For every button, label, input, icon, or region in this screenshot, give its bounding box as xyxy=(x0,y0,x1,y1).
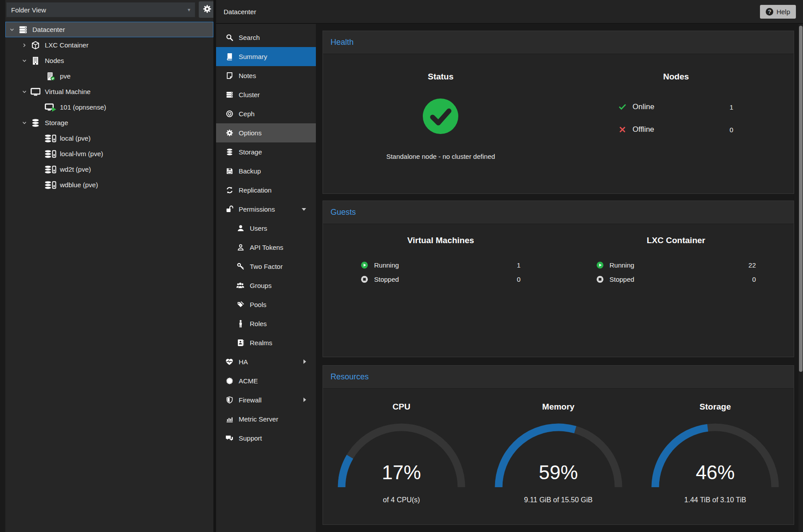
gauge-sublabel: 9.11 GiB of 15.50 GiB xyxy=(480,496,637,504)
note-icon xyxy=(224,72,235,79)
tree-settings-button[interactable] xyxy=(199,1,215,18)
guest-column-heading: Virtual Machines xyxy=(323,236,559,245)
chevron-down-icon: ▾ xyxy=(188,7,190,13)
nav-item-metric-server[interactable]: Metric Server xyxy=(216,410,316,429)
key-icon xyxy=(235,263,246,270)
building-icon xyxy=(28,56,43,65)
nav-item-groups[interactable]: Groups xyxy=(216,276,316,295)
tree-item-label: wd2t (pve) xyxy=(60,166,91,173)
tags-icon xyxy=(235,301,246,308)
stop-circle-icon xyxy=(596,276,607,283)
vertical-scrollbar[interactable] xyxy=(799,24,803,532)
guest-row-label: Running xyxy=(374,261,399,269)
nodes-heading: Nodes xyxy=(559,72,794,82)
proxmox-app: Folder View ▾ DatacenterLXC ContainerNod… xyxy=(0,0,803,532)
server-icon xyxy=(16,25,30,34)
nav-item-realms[interactable]: Realms xyxy=(216,333,316,352)
datacenter-nav-list: SearchSummaryNotesClusterCephOptionsStor… xyxy=(216,28,316,448)
gauge-heading: Memory xyxy=(480,402,637,412)
book-icon xyxy=(224,53,235,60)
gear-icon xyxy=(224,129,235,137)
guest-column-virtual-machines: Virtual MachinesRunning1Stopped0 xyxy=(323,224,559,287)
nav-item-cluster[interactable]: Cluster xyxy=(216,85,316,104)
nav-item-label: HA xyxy=(239,358,248,366)
database-drive-icon xyxy=(43,150,58,158)
gauge-heading: CPU xyxy=(323,402,480,412)
tree-item-virtual-machine[interactable]: Virtual Machine xyxy=(5,84,213,99)
nav-item-storage[interactable]: Storage xyxy=(216,142,316,162)
floppy-icon xyxy=(224,167,235,175)
top-bar: Datacenter ? Help xyxy=(216,0,803,24)
nav-item-label: Two Factor xyxy=(250,263,283,270)
chevron-down-icon[interactable] xyxy=(20,58,28,63)
guest-row-value: 22 xyxy=(748,261,756,269)
sync-icon xyxy=(224,186,235,194)
guests-panel: Guests Virtual MachinesRunning1Stopped0L… xyxy=(323,201,794,357)
tree-item-label: Storage xyxy=(45,119,68,126)
main-content: Health Status Standalone node - no clust… xyxy=(316,24,803,532)
view-mode-select[interactable]: Folder View ▾ xyxy=(6,2,195,17)
nav-item-summary[interactable]: Summary xyxy=(216,47,316,66)
nav-item-notes[interactable]: Notes xyxy=(216,66,316,85)
chevron-down-icon[interactable] xyxy=(20,120,28,126)
nav-item-pools[interactable]: Pools xyxy=(216,295,316,314)
tree-item-label: local (pve) xyxy=(60,134,91,142)
nav-item-search[interactable]: Search xyxy=(216,28,316,47)
tree-item-wdblue-pve[interactable]: wdblue (pve) xyxy=(5,177,213,193)
nav-item-label: Metric Server xyxy=(239,415,278,423)
tree-item-local-lvm-pve[interactable]: local-lvm (pve) xyxy=(5,146,213,162)
node-status-value: 1 xyxy=(729,103,733,111)
node-status-row-online: Online1 xyxy=(619,100,733,114)
database-icon xyxy=(28,118,43,127)
nav-item-label: Support xyxy=(239,434,262,442)
nav-item-ha[interactable]: HA xyxy=(216,352,316,371)
tree-item-pve[interactable]: pve xyxy=(5,68,213,84)
gear-icon xyxy=(203,4,212,15)
nav-item-backup[interactable]: Backup xyxy=(216,162,316,181)
page-title: Datacenter xyxy=(224,8,256,16)
nav-item-acme[interactable]: ACME xyxy=(216,371,316,390)
chevron-right-icon[interactable] xyxy=(20,43,28,48)
gauge-storage: Storage46%1.44 TiB of 3.10 TiB xyxy=(637,389,794,504)
nav-item-label: Realms xyxy=(250,339,272,347)
tree-item-label: Virtual Machine xyxy=(45,88,91,95)
tree-item-lxc-container[interactable]: LXC Container xyxy=(5,37,213,53)
nav-item-firewall[interactable]: Firewall xyxy=(216,390,316,410)
nav-item-replication[interactable]: Replication xyxy=(216,181,316,200)
question-circle-icon: ? xyxy=(766,8,773,16)
chevron-down-icon[interactable] xyxy=(8,27,16,32)
chevron-right-icon xyxy=(303,398,306,402)
gauge-memory: Memory59%9.11 GiB of 15.50 GiB xyxy=(480,389,637,504)
nav-item-label: Permissions xyxy=(239,205,275,213)
guests-panel-title: Guests xyxy=(331,208,356,217)
chevron-down-icon[interactable] xyxy=(20,89,28,95)
help-button-label: Help xyxy=(776,8,790,16)
nav-item-label: Cluster xyxy=(239,91,260,99)
scrollbar-thumb[interactable] xyxy=(799,26,803,372)
tree-item-datacenter[interactable]: Datacenter xyxy=(5,22,213,37)
gauge-percent: 17% xyxy=(335,461,468,484)
nav-item-roles[interactable]: Roles xyxy=(216,314,316,333)
nav-item-api-tokens[interactable]: API Tokens xyxy=(216,238,316,257)
nav-item-label: Notes xyxy=(239,72,256,79)
tree-item-101-opnsense[interactable]: 101 (opnsense) xyxy=(5,99,213,115)
tree-item-label: LXC Container xyxy=(45,41,88,49)
nav-item-users[interactable]: Users xyxy=(216,219,316,238)
tree-item-local-pve[interactable]: local (pve) xyxy=(5,130,213,146)
guest-row-running: Running22 xyxy=(596,259,756,271)
monitor-play-icon xyxy=(43,103,58,112)
nav-item-options[interactable]: Options xyxy=(216,123,316,142)
left-edge-strip xyxy=(0,0,5,532)
tree-item-label: wdblue (pve) xyxy=(60,181,98,189)
gauge-arc: 59% xyxy=(492,420,625,491)
nav-item-permissions[interactable]: Permissions xyxy=(216,200,316,219)
certificate-icon xyxy=(224,377,235,385)
nav-item-ceph[interactable]: Ceph xyxy=(216,104,316,123)
help-button[interactable]: ? Help xyxy=(760,5,796,19)
tree-item-nodes[interactable]: Nodes xyxy=(5,53,213,68)
nodes-column: Nodes Online1Offline0 xyxy=(559,54,794,160)
tree-item-wd2t-pve[interactable]: wd2t (pve) xyxy=(5,162,213,177)
nav-item-two-factor[interactable]: Two Factor xyxy=(216,257,316,276)
tree-item-storage[interactable]: Storage xyxy=(5,115,213,130)
nav-item-support[interactable]: Support xyxy=(216,429,316,448)
